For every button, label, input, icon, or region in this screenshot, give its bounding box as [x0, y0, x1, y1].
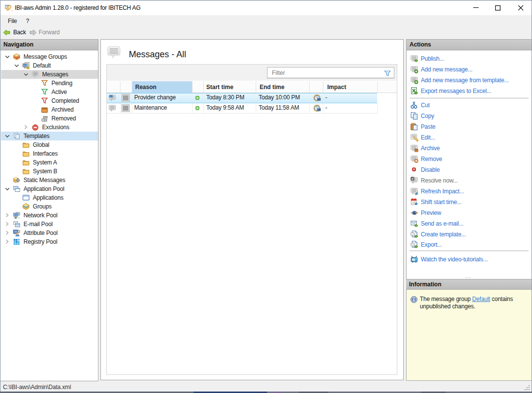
svg-text:17: 17	[412, 201, 415, 204]
